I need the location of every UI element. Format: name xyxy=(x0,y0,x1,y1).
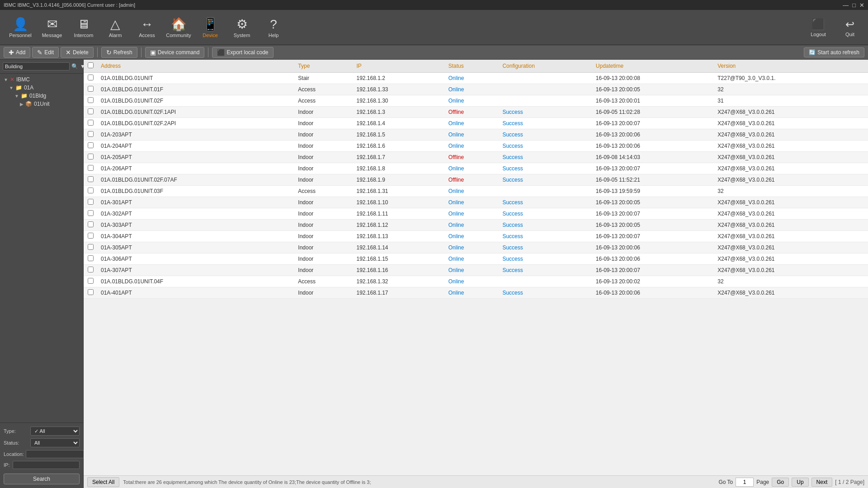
nav-item-community[interactable]: 🏠 Community xyxy=(163,12,194,43)
col-status[interactable]: Status xyxy=(445,60,499,73)
row-checkbox[interactable] xyxy=(88,267,94,272)
row-type: Access xyxy=(294,276,353,287)
nav-item-access[interactable]: ↔ Access xyxy=(131,12,163,43)
row-updatetime: 16-09-13 20:00:05 xyxy=(592,84,714,95)
row-status: Online xyxy=(445,242,499,253)
row-checkbox[interactable] xyxy=(88,233,94,239)
row-address: 01A.01BLDG.01UNIT.02F xyxy=(97,95,294,107)
row-version: X247@X68_V3.0.0.261 xyxy=(714,163,868,174)
row-checkbox[interactable] xyxy=(88,278,94,284)
row-checkbox[interactable] xyxy=(88,176,94,182)
window-controls: — □ ✕ xyxy=(843,2,864,9)
status-filter-select[interactable]: All Online Offline xyxy=(30,438,80,447)
add-button[interactable]: ✚ Add xyxy=(4,47,30,58)
row-checkbox-cell xyxy=(84,276,97,287)
device-command-button[interactable]: ▣ Device command xyxy=(145,47,205,58)
tree-arrow-01bldg: ▼ xyxy=(14,94,19,99)
nav-item-personnel[interactable]: 👤 Personnel xyxy=(5,12,36,43)
logout-label: Logout xyxy=(811,32,826,37)
nav-item-system[interactable]: ⚙ System xyxy=(226,12,258,43)
row-updatetime: 16-09-08 14:14:03 xyxy=(592,152,714,163)
nav-item-alarm[interactable]: △ Alarm xyxy=(99,12,131,43)
nav-item-message[interactable]: ✉ Message xyxy=(36,12,68,43)
row-checkbox[interactable] xyxy=(88,210,94,216)
row-config: Success xyxy=(499,107,592,118)
row-version: X247@X68_V3.0.0.261 xyxy=(714,107,868,118)
row-checkbox[interactable] xyxy=(88,97,94,103)
delete-icon: ✕ xyxy=(66,49,71,56)
row-checkbox[interactable] xyxy=(88,131,94,137)
row-config: Success xyxy=(499,141,592,152)
row-checkbox[interactable] xyxy=(88,199,94,205)
row-checkbox[interactable] xyxy=(88,108,94,114)
row-status: Online xyxy=(445,95,499,107)
quit-icon: ↩ xyxy=(845,18,854,31)
toolbar-separator-2 xyxy=(141,47,142,57)
row-status: Offline xyxy=(445,152,499,163)
col-version[interactable]: Version xyxy=(714,60,868,73)
row-updatetime: 16-09-13 20:00:05 xyxy=(592,220,714,231)
row-ip: 192.168.1.2 xyxy=(353,73,444,84)
row-checkbox[interactable] xyxy=(88,221,94,227)
row-ip: 192.168.1.9 xyxy=(353,174,444,186)
alarm-icon: △ xyxy=(110,17,120,32)
row-status: Online xyxy=(445,197,499,208)
nav-item-device[interactable]: 📱 Device xyxy=(194,12,226,43)
tree-item-01a[interactable]: ▼ 📁 01A xyxy=(2,84,81,92)
edit-button[interactable]: ✎ Edit xyxy=(32,47,59,58)
location-filter-input[interactable] xyxy=(26,450,93,458)
ip-filter-input[interactable] xyxy=(13,461,80,469)
maximize-button[interactable]: □ xyxy=(852,2,856,9)
go-button[interactable]: Go xyxy=(772,478,789,487)
row-checkbox[interactable] xyxy=(88,244,94,250)
edit-label: Edit xyxy=(44,49,54,56)
tree-arrow-01a: ▼ xyxy=(9,85,14,90)
message-icon: ✉ xyxy=(47,17,57,32)
select-all-button[interactable]: Select All xyxy=(87,477,119,487)
row-updatetime: 16-09-13 19:59:59 xyxy=(592,186,714,197)
type-filter-row: Type: ✓ All Indoor Access Stair xyxy=(4,427,80,436)
minimize-button[interactable]: — xyxy=(843,2,849,9)
refresh-icon: ↻ xyxy=(106,49,112,56)
refresh-button[interactable]: ↻ Refresh xyxy=(101,47,137,58)
nav-item-help[interactable]: ? Help xyxy=(258,12,289,43)
col-type[interactable]: Type xyxy=(294,60,353,73)
nav-item-intercom[interactable]: 🖥 Intercom xyxy=(68,12,99,43)
row-config: Success xyxy=(499,129,592,141)
row-config: Success xyxy=(499,152,592,163)
up-button[interactable]: Up xyxy=(792,478,808,487)
row-checkbox[interactable] xyxy=(88,120,94,126)
row-checkbox[interactable] xyxy=(88,289,94,295)
col-configuration[interactable]: Configuration xyxy=(499,60,592,73)
row-checkbox[interactable] xyxy=(88,75,94,80)
col-address[interactable]: Address xyxy=(97,60,294,73)
row-checkbox[interactable] xyxy=(88,154,94,160)
row-checkbox[interactable] xyxy=(88,255,94,261)
row-updatetime: 16-09-05 11:02:28 xyxy=(592,107,714,118)
row-checkbox[interactable] xyxy=(88,142,94,148)
col-updatetime[interactable]: Updatetime xyxy=(592,60,714,73)
row-checkbox[interactable] xyxy=(88,188,94,193)
row-checkbox[interactable] xyxy=(88,86,94,92)
page-input[interactable] xyxy=(736,478,754,487)
type-filter-select[interactable]: ✓ All Indoor Access Stair xyxy=(30,427,80,436)
logout-button[interactable]: ⬛ Logout xyxy=(805,12,832,43)
row-version: X247@X68_V3.0.0.261 xyxy=(714,220,868,231)
next-button[interactable]: Next xyxy=(811,478,833,487)
search-button[interactable]: Search xyxy=(4,474,80,484)
tree-item-ibmc[interactable]: ▼ ✕ IBMC xyxy=(2,75,81,84)
close-button[interactable]: ✕ xyxy=(859,2,864,9)
row-ip: 192.168.1.14 xyxy=(353,242,444,253)
delete-button[interactable]: ✕ Delete xyxy=(61,47,94,58)
col-ip[interactable]: IP xyxy=(353,60,444,73)
quit-button[interactable]: ↩ Quit xyxy=(836,12,863,43)
auto-refresh-button[interactable]: 🔄 Start auto refresh xyxy=(804,47,864,57)
select-all-checkbox[interactable] xyxy=(88,62,94,68)
tree-item-01unit[interactable]: ▶ 📦 01Unit xyxy=(2,100,81,108)
table-row: 01A-304APTIndoor192.168.1.13OnlineSucces… xyxy=(84,231,868,242)
row-checkbox[interactable] xyxy=(88,165,94,171)
row-ip: 192.168.1.31 xyxy=(353,186,444,197)
export-button[interactable]: ⬛ Export local code xyxy=(212,47,273,58)
building-search-input[interactable] xyxy=(3,62,70,70)
tree-item-01bldg[interactable]: ▼ 📁 01Bldg xyxy=(2,92,81,100)
